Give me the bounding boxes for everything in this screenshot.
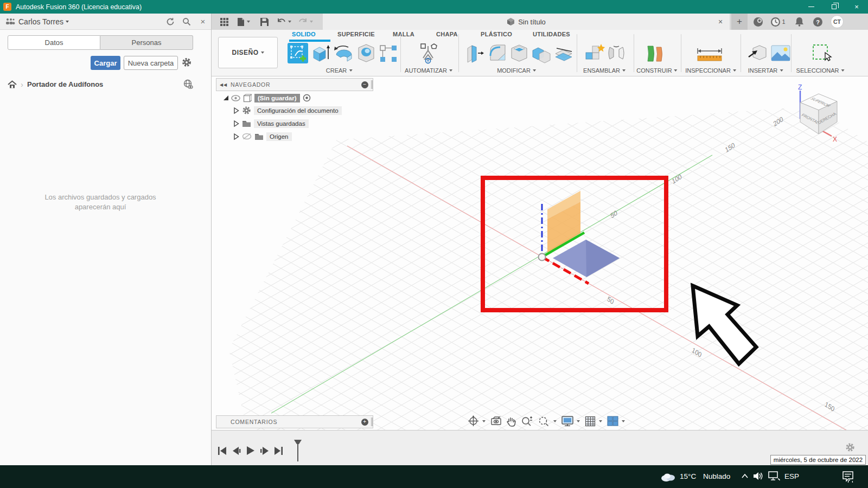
new-component-button[interactable]: [584, 43, 605, 66]
visibility-eye-icon[interactable]: [231, 95, 240, 101]
navigator-row-origin[interactable]: Origen: [233, 131, 292, 142]
split-button[interactable]: [553, 43, 574, 66]
insert-image-button[interactable]: [770, 43, 791, 66]
viewports-tool[interactable]: [607, 416, 625, 426]
timeline-go-end-button[interactable]: [275, 447, 283, 455]
group-modificar[interactable]: MODIFICAR: [497, 67, 536, 74]
document-tab-close-icon[interactable]: ×: [713, 14, 727, 30]
user-avatar[interactable]: CT: [828, 14, 846, 30]
tray-chevron-up-icon[interactable]: [741, 473, 749, 479]
combine-button[interactable]: [531, 43, 552, 66]
document-tab[interactable]: Sin título: [323, 14, 730, 30]
display-settings-tool[interactable]: [561, 416, 580, 426]
nueva-carpeta-button[interactable]: Nueva carpeta: [124, 56, 178, 70]
collapsed-arrow-icon[interactable]: [233, 107, 239, 114]
shell-button[interactable]: [509, 43, 529, 66]
navigator-panel-header[interactable]: ◀◀ NAVEGADOR −: [216, 78, 373, 91]
construct-plane-button[interactable]: [643, 43, 666, 67]
zoom-tool[interactable]: [521, 416, 533, 427]
redo-icon[interactable]: [296, 14, 315, 30]
tab-solido[interactable]: SOLIDO: [292, 31, 316, 39]
breadcrumb-folder[interactable]: Portador de Audífonos: [27, 80, 103, 88]
group-construir[interactable]: CONSTRUIR: [636, 67, 677, 74]
weather-cloud-icon[interactable]: [660, 471, 676, 482]
press-pull-button[interactable]: [465, 43, 485, 66]
look-at-tool[interactable]: [490, 416, 502, 426]
tab-chapa[interactable]: CHAPA: [436, 31, 458, 39]
tab-malla[interactable]: MALLA: [393, 31, 414, 39]
help-icon[interactable]: ?: [809, 14, 826, 30]
tab-plastico[interactable]: PLÁSTICO: [481, 31, 512, 39]
timeline-play-button[interactable]: [247, 446, 254, 455]
activate-component-icon[interactable]: [303, 94, 311, 102]
extrude-button[interactable]: [311, 43, 331, 66]
timeline-go-start-button[interactable]: [218, 447, 227, 455]
measure-button[interactable]: [695, 43, 724, 66]
orbit-tool[interactable]: [468, 415, 486, 427]
undo-icon[interactable]: [275, 14, 293, 30]
save-icon[interactable]: [257, 14, 271, 30]
collapsed-arrow-icon[interactable]: [233, 133, 239, 140]
refresh-icon[interactable]: [162, 17, 178, 26]
file-menu-icon[interactable]: [234, 14, 253, 30]
3d-viewport[interactable]: 50 100 150 200 50 100 150 ◀◀ NAVEGADOR −…: [212, 76, 868, 430]
collapsed-arrow-icon[interactable]: [233, 120, 239, 127]
navigator-resize-handle[interactable]: [371, 80, 373, 89]
group-insertar[interactable]: INSERTAR: [748, 67, 783, 74]
joint-button[interactable]: [607, 43, 626, 66]
group-automatizar[interactable]: AUTOMATIZAR: [405, 67, 452, 74]
tab-personas[interactable]: Personas: [100, 35, 193, 50]
tab-utilidades[interactable]: UTILIDADES: [533, 31, 570, 39]
network-icon[interactable]: [768, 471, 780, 481]
workspace-design-menu[interactable]: DISEÑO: [218, 37, 278, 68]
hole-button[interactable]: [356, 43, 376, 66]
navigator-item-label[interactable]: Configuración del documento: [254, 106, 342, 115]
navigator-root-label[interactable]: (Sin guardar): [254, 94, 300, 102]
view-cube[interactable]: Z X SUPERIOR FRONTAL DERECHA: [784, 81, 844, 143]
navigator-row-doc-settings[interactable]: Configuración del documento: [233, 105, 342, 115]
group-crear[interactable]: CREAR: [326, 67, 353, 74]
pattern-button[interactable]: [379, 43, 398, 66]
user-name[interactable]: Carlos Torres: [18, 17, 63, 26]
pan-tool[interactable]: [507, 416, 516, 427]
comments-panel-header[interactable]: COMENTARIOS +: [216, 415, 373, 428]
close-button[interactable]: ×: [845, 0, 868, 14]
language-indicator[interactable]: ESP: [784, 472, 799, 480]
extensions-icon[interactable]: [750, 14, 766, 30]
action-center-icon[interactable]: [842, 471, 854, 483]
navigator-item-label[interactable]: Origen: [266, 132, 292, 141]
timeline-position-marker[interactable]: [293, 439, 302, 462]
close-panel-icon[interactable]: ×: [195, 17, 211, 26]
weather-temp[interactable]: 15°C: [680, 472, 696, 480]
fit-tool[interactable]: [538, 416, 557, 427]
home-icon[interactable]: [8, 80, 17, 88]
globe-visibility-icon[interactable]: [183, 79, 193, 89]
timeline-step-back-button[interactable]: [233, 447, 241, 455]
volume-icon[interactable]: [753, 471, 764, 481]
tab-superficie[interactable]: SUPERFICIE: [337, 31, 375, 39]
add-comment-icon[interactable]: +: [361, 419, 368, 426]
notifications-bell-icon[interactable]: [791, 14, 807, 30]
new-document-tab-button[interactable]: +: [731, 14, 748, 30]
revolve-button[interactable]: [333, 43, 355, 66]
comments-resize-handle[interactable]: [371, 418, 373, 426]
cargar-button[interactable]: Cargar: [91, 56, 120, 70]
weather-condition[interactable]: Nublado: [703, 472, 730, 480]
job-status-clock-icon[interactable]: 1: [767, 14, 789, 30]
group-seleccionar[interactable]: SELECCIONAR: [796, 67, 845, 74]
panel-settings-gear-icon[interactable]: [181, 57, 192, 68]
navigator-root-row[interactable]: (Sin guardar): [224, 93, 311, 103]
timeline-step-forward-button[interactable]: [260, 447, 269, 455]
group-ensamblar[interactable]: ENSAMBLAR: [583, 67, 626, 74]
grid-settings-tool[interactable]: [585, 416, 602, 427]
tab-datos[interactable]: Datos: [8, 35, 100, 50]
search-icon[interactable]: [178, 17, 195, 26]
automate-button[interactable]: [417, 43, 439, 67]
app-launcher-grid-icon[interactable]: [216, 14, 232, 30]
expand-icon[interactable]: [224, 95, 228, 100]
fillet-button[interactable]: [487, 43, 508, 66]
hidden-eye-icon[interactable]: [242, 133, 252, 140]
select-button[interactable]: [811, 43, 833, 66]
navigator-minimize-icon[interactable]: −: [361, 81, 368, 88]
create-sketch-button[interactable]: [288, 43, 308, 66]
